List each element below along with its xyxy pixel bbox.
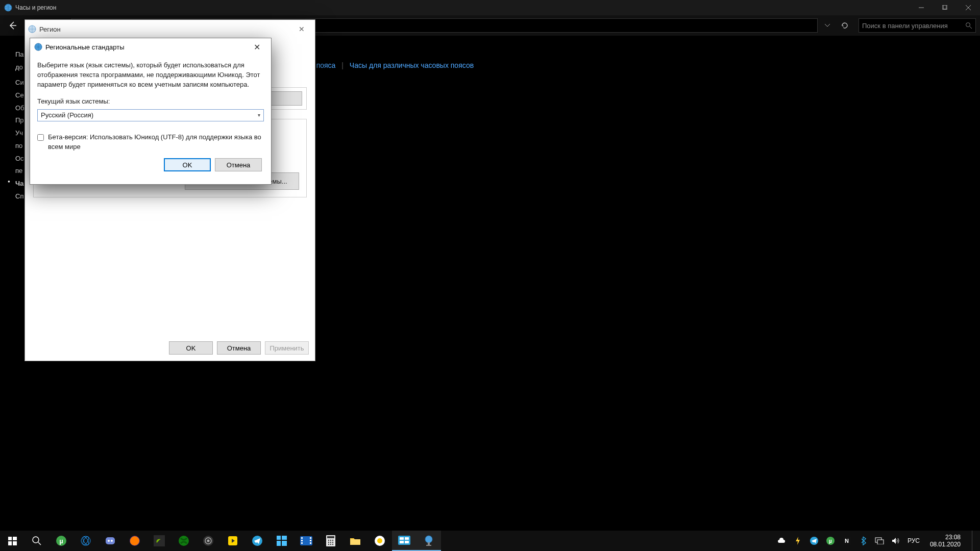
link-world-clocks[interactable]: Часы для различных часовых поясов	[350, 61, 474, 69]
close-button[interactable]	[957, 0, 980, 15]
sidebar-item[interactable]: Ос	[15, 153, 24, 165]
taskbar-app-battlenet[interactable]	[74, 531, 98, 551]
tray-n-icon[interactable]: N	[842, 537, 851, 545]
svg-rect-39	[301, 540, 303, 541]
taskbar-app-obs[interactable]	[196, 531, 220, 551]
region-cancel-button[interactable]: Отмена	[217, 341, 261, 355]
tray-bluetooth-icon[interactable]	[859, 536, 868, 545]
svg-point-51	[332, 542, 333, 543]
sidebar-item[interactable]: Об	[15, 102, 24, 115]
svg-rect-72	[877, 540, 884, 544]
tray-volume-icon[interactable]	[891, 537, 900, 544]
svg-rect-55	[350, 539, 360, 545]
std-cancel-button[interactable]: Отмена	[215, 158, 262, 171]
sidebar-item[interactable]: Уч	[15, 127, 24, 140]
region-close-icon[interactable]: ✕	[291, 25, 312, 33]
svg-rect-36	[282, 541, 287, 546]
svg-point-48	[332, 540, 333, 541]
std-title: Региональные стандарты	[45, 43, 124, 51]
region-ok-button[interactable]: OK	[169, 341, 213, 355]
tray-bolt-icon[interactable]	[793, 537, 802, 545]
sidebar-item[interactable]: Се	[15, 89, 24, 102]
beta-utf8-row: Бета-версия: Использовать Юникод (UTF-8)…	[37, 133, 264, 152]
svg-rect-12	[13, 537, 17, 540]
header-links: о пояса | Часы для различных часовых поя…	[306, 61, 478, 69]
svg-rect-34	[282, 536, 287, 540]
svg-rect-64	[428, 542, 430, 545]
taskbar-app-explorer[interactable]	[343, 531, 368, 551]
sidebar-item[interactable]: пе	[15, 165, 24, 178]
tray-clock[interactable]: 23:08 08.01.2020	[930, 534, 961, 548]
taskbar-app-potplayer[interactable]	[220, 531, 245, 551]
svg-rect-11	[8, 537, 12, 540]
svg-rect-40	[301, 542, 303, 544]
taskbar-app-region[interactable]	[416, 531, 441, 551]
tray-cloud-icon[interactable]	[777, 537, 786, 544]
globe-icon	[4, 4, 12, 12]
svg-rect-43	[310, 542, 311, 544]
taskbar-app-video-editor[interactable]	[294, 531, 318, 551]
region-titlebar[interactable]: Регион ✕	[25, 20, 315, 38]
svg-rect-65	[426, 545, 431, 546]
tray-utorrent-icon[interactable]: µ	[826, 537, 835, 545]
sidebar-item[interactable]: Си	[15, 77, 24, 89]
region-apply-button: Применить	[265, 341, 309, 355]
sidebar-item[interactable]: Па	[15, 48, 24, 61]
tray-language[interactable]: РУС	[908, 537, 920, 544]
show-desktop-button[interactable]	[972, 531, 975, 551]
sidebar-item[interactable]: Пр	[15, 114, 24, 127]
region-title: Регион	[39, 26, 61, 33]
svg-point-49	[328, 542, 329, 543]
search-input[interactable]: Поиск в панели управления	[859, 18, 976, 33]
svg-point-7	[966, 23, 970, 27]
svg-point-27	[179, 536, 189, 546]
sidebar-item-active[interactable]: Ча	[15, 178, 24, 190]
std-description: Выберите язык (язык системы), который бу…	[37, 61, 264, 90]
taskbar-app-nvidia[interactable]	[147, 531, 172, 551]
svg-rect-3	[943, 5, 947, 9]
search-icon[interactable]	[965, 22, 972, 29]
system-language-value: Русский (Россия)	[41, 111, 93, 120]
taskbar: µ µ N РУС 23:08 08.01.2020	[0, 531, 980, 551]
address-dropdown-icon[interactable]	[820, 24, 835, 27]
maximize-button[interactable]	[933, 0, 957, 15]
search-placeholder: Поиск в панели управления	[862, 22, 948, 30]
beta-utf8-checkbox[interactable]	[37, 134, 44, 141]
taskbar-app-telegram[interactable]	[245, 531, 270, 551]
tray-network-icon[interactable]	[875, 537, 884, 544]
svg-point-63	[425, 536, 432, 543]
taskbar-app-firefox[interactable]	[122, 531, 147, 551]
taskbar-app-xbox[interactable]	[172, 531, 196, 551]
minimize-button[interactable]	[910, 0, 933, 15]
std-ok-button[interactable]: OK	[164, 158, 211, 171]
tray-telegram-icon[interactable]	[810, 537, 819, 545]
sidebar-item[interactable]: до	[15, 61, 24, 74]
taskbar-app-control-panel[interactable]	[392, 531, 416, 551]
std-close-icon[interactable]: ✕	[247, 42, 267, 52]
svg-point-24	[111, 540, 113, 542]
svg-point-47	[330, 540, 331, 541]
taskbar-app-windows-tiles[interactable]	[270, 531, 294, 551]
system-language-select[interactable]: Русский (Россия) ▾	[37, 109, 264, 121]
start-button[interactable]	[0, 531, 24, 551]
taskbar-app-utorrent[interactable]: µ	[49, 531, 74, 551]
sidebar-item[interactable]: Сп	[15, 190, 24, 203]
refresh-icon[interactable]	[837, 21, 852, 30]
sidebar: Па до Си Се Об Пр Уч по Ос пе Ча Сп	[15, 48, 24, 203]
svg-rect-58	[398, 536, 410, 545]
taskbar-app-calculator[interactable]	[318, 531, 343, 551]
sidebar-item[interactable]: по	[15, 140, 24, 153]
svg-rect-61	[400, 541, 404, 543]
tray-date: 08.01.2020	[930, 541, 961, 548]
svg-rect-38	[301, 537, 303, 539]
taskbar-app-discord[interactable]	[98, 531, 122, 551]
chevron-down-icon: ▾	[258, 112, 260, 119]
back-button[interactable]	[4, 17, 21, 34]
taskbar-app-yandex[interactable]	[368, 531, 392, 551]
regional-standards-dialog: Региональные стандарты ✕ Выберите язык (…	[30, 38, 272, 185]
svg-rect-42	[310, 540, 311, 541]
separator: |	[341, 61, 344, 69]
svg-point-30	[207, 540, 210, 542]
std-titlebar[interactable]: Региональные стандарты ✕	[30, 38, 271, 56]
search-taskbar-icon[interactable]	[24, 531, 49, 551]
